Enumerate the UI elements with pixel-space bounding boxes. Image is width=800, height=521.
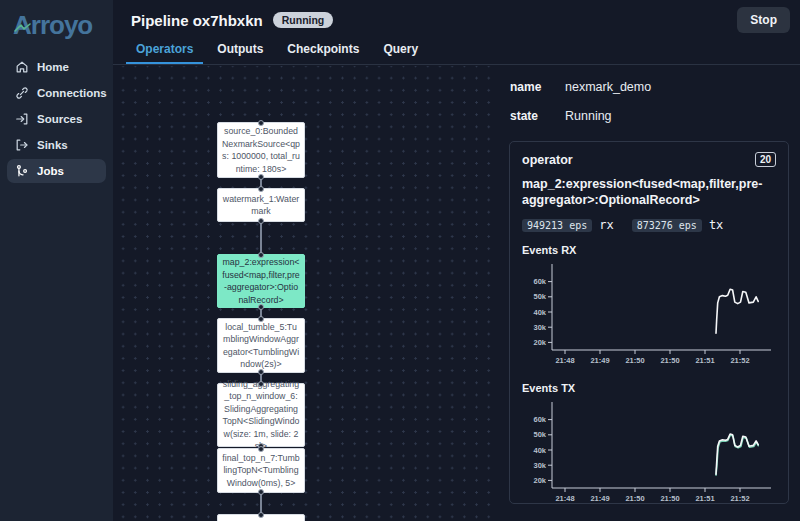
node-handle <box>258 446 264 452</box>
operator-card: operator 20 map_2:expression<fused<map,f… <box>509 141 789 504</box>
sinks-icon <box>15 138 29 152</box>
detail-label: state <box>510 109 565 123</box>
detail-row-state: state Running <box>510 109 800 123</box>
sidebar-item-jobs[interactable]: Jobs <box>7 159 106 183</box>
sidebar-item-home[interactable]: Home <box>7 55 106 79</box>
page-title: Pipeline ox7hbxkn <box>131 12 263 29</box>
svg-text:60k: 60k <box>533 415 546 424</box>
flow-node-sliding_aggregating_top_n_window_6[interactable]: sliding_aggregating_top_n_window_6:Slidi… <box>217 383 305 447</box>
operator-card-title: operator <box>522 153 573 167</box>
operator-card-header: operator 20 <box>522 152 776 167</box>
node-label: source_0:BoundedNexmarkSource<qps: 10000… <box>218 122 304 178</box>
detail-row-name: name nexmark_demo <box>510 80 800 94</box>
sidebar-item-label: Connections <box>37 87 107 99</box>
svg-text:21:50: 21:50 <box>660 494 679 503</box>
connections-icon <box>15 86 29 100</box>
tab-bar: Operators Outputs Checkpoints Query <box>113 40 800 65</box>
flow-node-watermark_1[interactable]: watermark_1:Watermark <box>217 188 305 222</box>
sources-icon <box>15 112 29 126</box>
node-handle <box>258 186 264 192</box>
svg-text:50k: 50k <box>533 430 546 439</box>
status-badge: Running <box>273 12 334 28</box>
operator-metrics: 949213 eps rx 873276 eps tx <box>522 218 776 232</box>
detail-value: Running <box>565 109 612 123</box>
svg-text:21:48: 21:48 <box>555 356 574 365</box>
jobs-icon <box>15 164 29 178</box>
node-label: watermark_1:Watermark <box>218 190 304 221</box>
pipeline-graph-canvas[interactable]: source_0:BoundedNexmarkSource<qps: 10000… <box>113 66 497 521</box>
job-details-panel: name nexmark_demo state Running operator… <box>497 66 800 521</box>
sidebar-item-label: Home <box>37 61 69 73</box>
sidebar-item-label: Sources <box>37 113 82 125</box>
sidebar-item-sources[interactable]: Sources <box>7 107 106 131</box>
events-rx-chart: 20k30k40k50k60k21:4821:4921:5021:5021:51… <box>522 258 778 370</box>
events-tx-title: Events TX <box>522 382 776 394</box>
stop-button[interactable]: Stop <box>737 7 790 33</box>
detail-label: name <box>510 80 565 94</box>
flow-node-final_top_n_7[interactable]: final_top_n_7:TumblingTopN<TumblingWindo… <box>217 448 305 493</box>
svg-text:21:50: 21:50 <box>625 356 644 365</box>
svg-text:20k: 20k <box>533 338 546 347</box>
svg-text:21:52: 21:52 <box>730 356 749 365</box>
content-area: source_0:BoundedNexmarkSource<qps: 10000… <box>113 66 800 521</box>
sidebar-item-connections[interactable]: Connections <box>7 81 106 105</box>
app-window: Arroyo Home Connections Sources Sinks <box>0 0 800 521</box>
svg-text:40k: 40k <box>533 308 546 317</box>
home-icon <box>15 60 29 74</box>
svg-text:21:50: 21:50 <box>625 494 644 503</box>
tx-eps-badge: 873276 eps <box>632 219 702 232</box>
arroyo-logo[interactable]: Arroyo <box>0 0 113 41</box>
svg-text:30k: 30k <box>533 323 546 332</box>
svg-text:21:50: 21:50 <box>660 356 679 365</box>
svg-text:20k: 20k <box>533 476 546 485</box>
sidebar: Arroyo Home Connections Sources Sinks <box>0 0 113 521</box>
events-rx-title: Events RX <box>522 244 776 256</box>
node-handle <box>258 218 264 224</box>
sidebar-nav: Home Connections Sources Sinks Jobs <box>0 55 113 183</box>
tab-outputs[interactable]: Outputs <box>207 42 273 64</box>
flow-node-source_0[interactable]: source_0:BoundedNexmarkSource<qps: 10000… <box>217 122 305 178</box>
flow-node-local_tumble_5[interactable]: local_tumble_5:TumblingWindowAggregator<… <box>217 318 305 373</box>
flow-node-partial-bottom[interactable] <box>217 514 305 521</box>
svg-text:60k: 60k <box>533 277 546 286</box>
tx-label: tx <box>709 218 723 232</box>
sidebar-item-label: Sinks <box>37 139 68 151</box>
parallelism-badge: 20 <box>755 152 776 167</box>
tab-operators[interactable]: Operators <box>126 42 203 64</box>
node-label: final_top_n_7:TumblingTopN<TumblingWindo… <box>218 449 304 493</box>
node-handle <box>258 252 264 258</box>
svg-text:40k: 40k <box>533 446 546 455</box>
node-handle <box>258 174 264 180</box>
page-header: Pipeline ox7hbxkn Running Stop <box>113 0 800 40</box>
node-label: local_tumble_5:TumblingWindowAggregator<… <box>218 318 304 374</box>
svg-text:21:52: 21:52 <box>730 494 749 503</box>
node-handle <box>258 381 264 387</box>
node-handle <box>258 316 264 322</box>
svg-text:30k: 30k <box>533 461 546 470</box>
svg-text:21:51: 21:51 <box>695 356 714 365</box>
svg-text:21:49: 21:49 <box>590 494 609 503</box>
node-handle <box>258 512 264 518</box>
rx-label: rx <box>599 218 613 232</box>
tab-query[interactable]: Query <box>373 42 428 64</box>
operator-description: map_2:expression<fused<map,filter,pre-ag… <box>522 176 776 208</box>
svg-text:50k: 50k <box>533 292 546 301</box>
node-handle <box>258 304 264 310</box>
node-label: map_2:expression<fused<map,filter,pre-ag… <box>218 253 304 309</box>
svg-text:21:48: 21:48 <box>555 494 574 503</box>
detail-value: nexmark_demo <box>565 80 651 94</box>
sidebar-item-label: Jobs <box>37 165 64 177</box>
sidebar-item-sinks[interactable]: Sinks <box>7 133 106 157</box>
main-area: Pipeline ox7hbxkn Running Stop Operators… <box>113 0 800 521</box>
node-handle <box>258 120 264 126</box>
flow-node-map_2[interactable]: map_2:expression<fused<map,filter,pre-ag… <box>217 254 305 308</box>
svg-text:21:49: 21:49 <box>590 356 609 365</box>
node-handle <box>258 489 264 495</box>
logo-accent-icon <box>14 23 32 33</box>
rx-eps-badge: 949213 eps <box>522 219 592 232</box>
events-tx-chart: 20k30k40k50k60k21:4821:4921:5021:5021:51… <box>522 396 778 508</box>
svg-text:21:51: 21:51 <box>695 494 714 503</box>
tab-checkpoints[interactable]: Checkpoints <box>277 42 369 64</box>
